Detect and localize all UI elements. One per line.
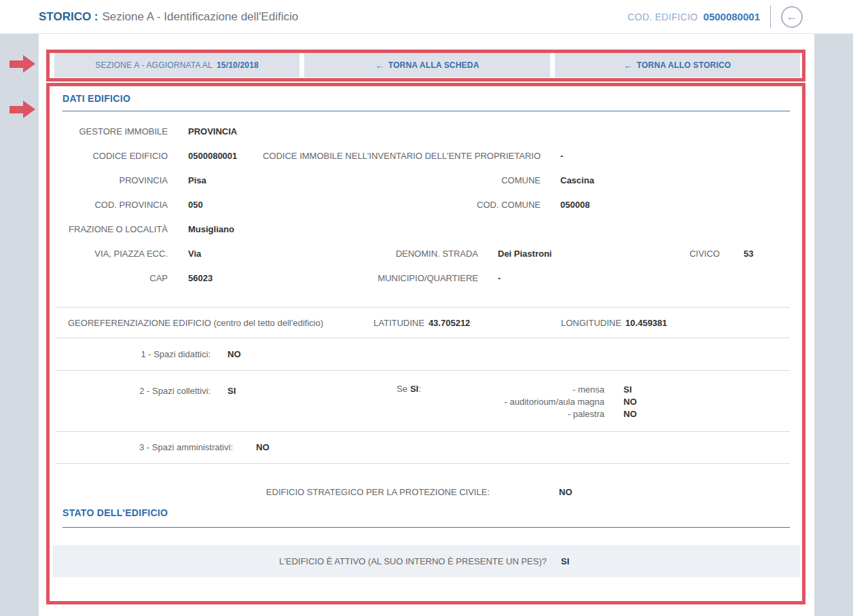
- field-cod-provincia-cod-comune: COD. PROVINCIA 050 COD. COMUNE 050008: [62, 200, 790, 213]
- toolbar: SEZIONE A - AGGIORNATA AL 15/10/2018 ← T…: [54, 53, 800, 77]
- vertical-divider: [770, 5, 771, 29]
- field-value-municipio: -: [498, 273, 501, 283]
- section-title-stato-edificio: STATO DELL'EDIFICIO: [62, 507, 168, 518]
- field-label-comune: COMUNE: [62, 175, 541, 185]
- divider: [56, 338, 790, 338]
- arrow-head: [23, 101, 35, 118]
- longitude-label: LONGITUDINE: [561, 318, 621, 328]
- torna-alla-scheda-button[interactable]: ← TORNA ALLA SCHEDA: [304, 53, 549, 77]
- field-value-comune: Cascina: [560, 175, 594, 185]
- field-value: NO: [623, 397, 637, 407]
- field-value-cod-comune: 050008: [560, 200, 589, 210]
- field-label-cod-comune: COD. COMUNE: [62, 200, 541, 210]
- field-codice-edificio: CODICE EDIFICIO 0500080001 CODICE IMMOBI…: [62, 151, 790, 164]
- field-label: FRAZIONE O LOCALITÀ: [62, 224, 168, 234]
- longitude-value: 10.459381: [625, 318, 667, 328]
- section-rule: [62, 527, 790, 528]
- cod-edificio-value: 0500080001: [704, 11, 760, 22]
- latitude-value: 43.705212: [429, 318, 470, 328]
- divider: [56, 307, 790, 308]
- field-frazione: FRAZIONE O LOCALITÀ Musigliano: [62, 224, 790, 238]
- divider: [56, 370, 790, 371]
- field-gestore-immobile: GESTORE IMMOBILE PROVINCIA: [62, 126, 790, 140]
- field-value-civico: 53: [744, 249, 753, 259]
- field-edificio-attivo: L'EDIFICIO È ATTIVO (AL SUO INTERNO È PR…: [53, 545, 800, 577]
- field-palestra: - palestra NO: [62, 409, 790, 422]
- field-label: - auditorioum/aula magna: [62, 397, 604, 407]
- arrow-shaft: [10, 60, 23, 68]
- field-value: SI: [623, 384, 632, 395]
- field-value-inventario: -: [560, 151, 563, 161]
- divider: [56, 431, 790, 432]
- section-rule: [62, 111, 790, 111]
- page-title-prefix: STORICO :: [39, 10, 98, 23]
- arrow-shaft: [10, 106, 23, 113]
- section-title-dati-edificio: DATI EDIFICIO: [62, 93, 130, 104]
- torna-allo-storico-button[interactable]: ← TORNA ALLO STORICO: [555, 53, 800, 77]
- field-value: NO: [228, 349, 241, 359]
- form-content: DATI EDIFICIO GESTORE IMMOBILE PROVINCIA…: [62, 93, 790, 596]
- field-auditorium: - auditorioum/aula magna NO: [62, 397, 790, 410]
- field-label-inventario: CODICE IMMOBILE NELL'INVENTARIO DELL'ENT…: [62, 151, 541, 161]
- toolbar-button-prefix: SEZIONE A - AGGIORNATA AL: [95, 60, 213, 70]
- field-via-denominazione-civico: VIA, PIAZZA ECC. Via DENOMIN. STRADA Dei…: [62, 249, 790, 262]
- annotation-arrow-icon: [10, 101, 35, 119]
- arrow-left-icon: ←: [623, 60, 632, 71]
- field-label: EDIFICIO STRATEGICO PER LA PROTEZIONE CI…: [62, 487, 490, 497]
- field-edificio-strategico: EDIFICIO STRATEGICO PER LA PROTEZIONE CI…: [62, 487, 790, 501]
- field-label: GESTORE IMMOBILE: [62, 126, 168, 137]
- field-spazi-amministrativi: 3 - Spazi amministrativi: NO: [62, 442, 790, 456]
- field-spazi-didattici: 1 - Spazi didattici: NO: [62, 349, 790, 363]
- field-mensa: - mensa SI: [62, 384, 790, 398]
- field-label: GEOREFERENZIAZIONE EDIFICIO (centro del …: [68, 318, 323, 328]
- field-value: Musigliano: [188, 224, 234, 234]
- field-label: 3 - Spazi amministrativi:: [62, 442, 233, 452]
- field-label: - palestra: [62, 409, 604, 419]
- sezione-a-aggiornata-button[interactable]: SEZIONE A - AGGIORNATA AL 15/10/2018: [54, 53, 300, 77]
- cod-edificio-label: COD. EDIFICIO: [628, 12, 697, 22]
- back-button[interactable]: ←: [781, 6, 803, 28]
- annotation-arrow-icon: [10, 55, 35, 73]
- toolbar-button-label: TORNA ALLO STORICO: [636, 60, 731, 70]
- field-label-municipio: MUNICIPIO/QUARTIERE: [62, 273, 478, 283]
- field-label: 1 - Spazi didattici:: [62, 349, 211, 359]
- arrow-head: [23, 55, 35, 73]
- toolbar-button-date: 15/10/2018: [217, 60, 259, 70]
- field-value: NO: [623, 409, 637, 419]
- latitude-label: LATITUDINE: [374, 318, 424, 328]
- longitude-group: LONGITUDINE10.459381: [561, 318, 667, 328]
- field-provincia-comune: PROVINCIA Pisa COMUNE Cascina: [62, 175, 790, 189]
- toolbar-button-label: TORNA ALLA SCHEDA: [388, 60, 479, 70]
- arrow-left-icon: ←: [375, 60, 384, 71]
- field-value: NO: [559, 487, 573, 497]
- divider: [56, 463, 790, 464]
- field-value: PROVINCIA: [188, 126, 237, 137]
- field-georeferenziazione: GEOREFERENZIAZIONE EDIFICIO (centro del …: [62, 318, 790, 331]
- field-label: L'EDIFICIO È ATTIVO (AL SUO INTERNO È PR…: [53, 545, 547, 577]
- main-card: SEZIONE A - AGGIORNATA AL 15/10/2018 ← T…: [39, 34, 814, 616]
- page-title: STORICO :Sezione A - Identificazione del…: [39, 10, 298, 24]
- top-header: STORICO :Sezione A - Identificazione del…: [0, 0, 853, 34]
- page-title-rest: Sezione A - Identificazione dell'Edifici…: [103, 10, 299, 23]
- field-value: NO: [256, 442, 270, 452]
- field-label-civico: CIVICO: [62, 249, 720, 259]
- field-cap-municipio: CAP 56023 MUNICIPIO/QUARTIERE -: [62, 273, 790, 287]
- arrow-left-circle-icon: ←: [786, 11, 798, 22]
- latitude-group: LATITUDINE43.705212: [374, 318, 470, 328]
- field-label: - mensa: [62, 384, 604, 395]
- header-right-group: COD. EDIFICIO 0500080001 ←: [628, 5, 803, 29]
- field-value: SI: [561, 545, 569, 577]
